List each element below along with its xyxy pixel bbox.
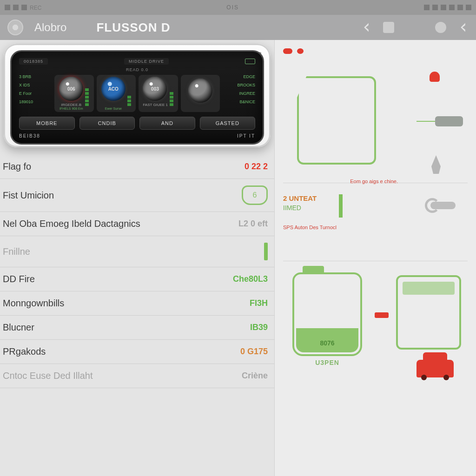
list-item-label: PRgakods (3, 346, 46, 357)
gauge-badge-icon: 6 (242, 185, 268, 205)
list-item[interactable]: MonngownbillsFI3H (0, 291, 274, 316)
device-screen: 0018385 MIDDLE DRIVE READ 0.0 3 BRB X ID… (10, 50, 264, 145)
device-left-stats: 3 BRB X IDS E Foor 189010 (19, 75, 52, 112)
status-center: OIS (226, 4, 239, 11)
gauge-1[interactable]: 006 IRGEDEE.B IFHELS 908 Em (54, 75, 94, 112)
list-item[interactable]: Cntoc Euse Ded IllahtCriène (0, 364, 274, 388)
list-item[interactable]: PRgakods0 G175 (0, 340, 274, 364)
car-icon (416, 360, 454, 377)
status-right-icons (424, 5, 471, 10)
app-header: Alobro FLUSSON D (0, 15, 476, 40)
connector-icon (416, 114, 463, 128)
list-item-value: L2 0 eft (238, 219, 268, 229)
list-item-label: Nel Oba Emoeg Ibeld Dactagnics (3, 218, 140, 229)
app-logo-icon (7, 20, 23, 35)
device-top-right: MIDDLE DRIVE (124, 58, 169, 65)
list-item-value: 0 22 2 (245, 162, 268, 172)
list-item-value: FI3H (250, 298, 268, 308)
nav-back-icon[interactable] (361, 22, 372, 33)
list-item-label: Flag fo (3, 161, 31, 172)
chevron-left-icon[interactable] (457, 22, 469, 33)
drip-icon (431, 155, 441, 174)
device-btn-3[interactable]: AND (139, 117, 195, 130)
device-footer-right: IPT IT (237, 133, 255, 139)
status-dot-icon (283, 48, 292, 54)
list-item[interactable]: Fist Umicion6 (0, 179, 274, 212)
device-top-left: 0018385 (19, 58, 48, 65)
app-name: Alobro (34, 21, 66, 34)
list-item-label: Cntoc Euse Ded Illaht (3, 370, 93, 381)
status-left-icons: REC (5, 5, 41, 10)
list-item-label: Monngownbills (3, 298, 64, 309)
list-item[interactable]: Flag fo0 22 2 (0, 155, 274, 179)
diagram-caption: Eom go aigs e chine. (350, 178, 398, 184)
list-item-value: Che80L3 (233, 274, 268, 284)
list-item-label: Blucner (3, 322, 34, 333)
list-item-value: IB39 (250, 323, 268, 332)
device-btn-2[interactable]: CNDIB (79, 117, 135, 130)
list-item-label: DD Fire (3, 274, 35, 284)
list-item[interactable]: Nel Oba Emoeg Ibeld DactagnicsL2 0 eft (0, 212, 274, 236)
battery-icon (245, 59, 255, 64)
device-subtitle: READ 0.0 (19, 67, 255, 72)
gauge-4[interactable] (181, 75, 220, 112)
jug-icon: 8076 U3PEN (292, 272, 362, 356)
device-preview-card: 0018385 MIDDLE DRIVE READ 0.0 3 BRB X ID… (4, 44, 271, 147)
gauge-3[interactable]: 003 FAST GIUEE 1 (139, 75, 178, 112)
diagram-reservoir: Eom go aigs e chine. (283, 72, 468, 183)
list-item-value: Criène (242, 371, 268, 381)
device-btn-4[interactable]: GASTED (200, 117, 256, 130)
list-item[interactable]: Fnillne (0, 236, 274, 267)
device-footer-left: BEIB38 (19, 133, 40, 139)
diagram-fuel: 8076 U3PEN (283, 261, 468, 382)
diagram-panel: Eom go aigs e chine. 2 UNTEAT IIMED SPS … (274, 40, 476, 476)
diagram-tools: 2 UNTEAT IIMED SPS Auton Des Turnocl (283, 192, 468, 261)
device-right-stats: EDGE BROOKS INGREE B&NICE (223, 75, 255, 112)
list-item-label: Fist Umicion (3, 190, 54, 201)
list-item-value: 0 G175 (240, 347, 268, 357)
device-btn-1[interactable]: MOBRE (19, 117, 75, 130)
settings-list: Flag fo0 22 2Fist Umicion6Nel Oba Emoeg … (0, 155, 274, 388)
level-stick-icon (339, 194, 343, 218)
list-item[interactable]: DD FireChe80L3 (0, 267, 274, 291)
display-icon (396, 275, 461, 350)
trash-icon[interactable] (383, 22, 394, 33)
page-title: FLUSSON D (96, 20, 170, 35)
list-item[interactable]: BlucnerIB39 (0, 316, 274, 340)
section2-caption: SPS Auton Des Turnocl (283, 225, 468, 230)
settings-gear-icon[interactable] (435, 22, 446, 33)
status-bar: REC OIS (0, 0, 476, 15)
level-bar-icon (264, 243, 268, 260)
warning-pill-icon (375, 312, 389, 318)
list-item-label: Fnillne (3, 246, 30, 257)
status-dot-icon (297, 48, 304, 54)
wrench-icon (427, 194, 459, 217)
gauge-2[interactable]: ACO Ewer Surse (97, 75, 136, 112)
warning-bulb-icon (430, 72, 440, 82)
